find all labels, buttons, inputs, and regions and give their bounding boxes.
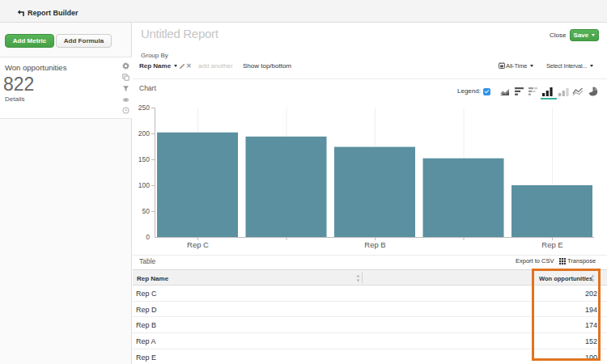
svg-text:100: 100 (138, 181, 150, 189)
svg-text:50: 50 (142, 207, 151, 215)
svg-text:Rep E: Rep E (541, 240, 562, 249)
svg-text:Rep B: Rep B (364, 240, 385, 249)
svg-text:150: 150 (138, 155, 150, 163)
svg-text:0: 0 (146, 233, 150, 241)
svg-text:Rep C: Rep C (187, 240, 209, 249)
svg-text:250: 250 (138, 104, 150, 112)
svg-text:200: 200 (138, 129, 150, 138)
